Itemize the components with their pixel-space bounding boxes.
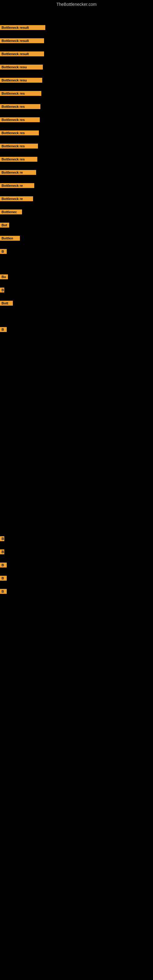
- bottleneck-badge: Bottlen: [0, 236, 20, 241]
- bottleneck-badge: Bottleneck res: [0, 130, 39, 135]
- bottleneck-badge: Bottleneck res: [0, 157, 37, 162]
- bottleneck-badge: Bottleneck resu: [0, 78, 42, 83]
- bottleneck-badge: Bottleneck res: [0, 91, 41, 96]
- bottleneck-badge: Bottleneck res: [0, 144, 38, 148]
- bottleneck-badge: Bottlenec: [0, 210, 22, 215]
- bottleneck-badge: Bottleneck result: [0, 38, 44, 43]
- bottleneck-badge: Bottleneck re: [0, 183, 34, 188]
- bottleneck-badge: Bottleneck result: [0, 25, 45, 30]
- bottleneck-badge: B: [0, 589, 7, 594]
- bottleneck-badge: Bottleneck res: [0, 104, 40, 109]
- bottleneck-badge: B: [0, 536, 4, 541]
- bottleneck-badge: Bo: [0, 274, 8, 279]
- bottleneck-badge: Bottleneck re: [0, 196, 33, 201]
- bottleneck-badge: Bot: [0, 223, 9, 228]
- bottleneck-badge: B: [0, 249, 7, 254]
- bottleneck-badge: B: [0, 563, 7, 568]
- site-title: TheBottlenecker.com: [0, 0, 153, 8]
- bottleneck-badge: B: [0, 327, 7, 332]
- bottleneck-badge: B: [0, 288, 4, 293]
- bottleneck-badge: Bottleneck resu: [0, 65, 43, 70]
- bottleneck-badge: Bottleneck re: [0, 170, 36, 175]
- bottleneck-badge: Bottleneck res: [0, 117, 40, 122]
- bottleneck-badge: B: [0, 549, 4, 554]
- bottleneck-badge: B: [0, 576, 7, 581]
- bottleneck-badge: Bottleneck result: [0, 51, 44, 56]
- bottleneck-badge: Bott: [0, 301, 13, 305]
